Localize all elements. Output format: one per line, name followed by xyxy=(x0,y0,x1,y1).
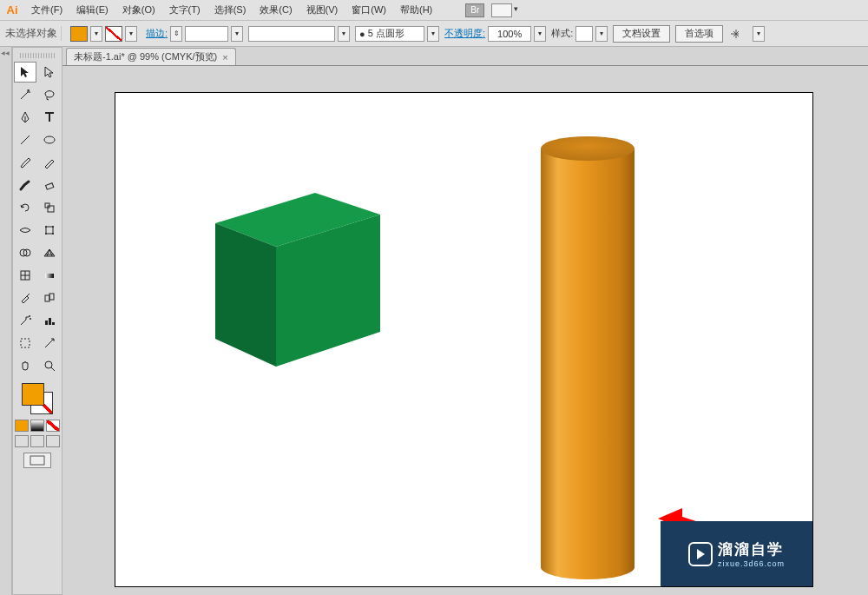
svg-line-1 xyxy=(21,136,30,144)
stroke-swatch[interactable] xyxy=(105,26,122,42)
stroke-label[interactable]: 描边: xyxy=(146,27,168,40)
stroke-group: 描边: ⇕ ▾ xyxy=(146,26,243,42)
slice-tool[interactable] xyxy=(38,333,61,354)
shape-builder-tool[interactable] xyxy=(14,242,36,263)
scale-tool[interactable] xyxy=(38,197,61,218)
tab-close-icon[interactable]: × xyxy=(222,52,227,63)
eraser-tool[interactable] xyxy=(38,175,61,195)
ellipse-tool[interactable] xyxy=(38,129,61,150)
blob-brush-tool[interactable] xyxy=(14,175,36,195)
type-tool[interactable] xyxy=(38,107,61,128)
canvas[interactable]: 溜溜自学 zixue.3d66.com xyxy=(62,66,868,595)
magic-wand-tool[interactable] xyxy=(14,84,36,105)
doc-setup-button[interactable]: 文档设置 xyxy=(613,25,670,43)
svg-point-9 xyxy=(45,233,47,235)
artboard-tool[interactable] xyxy=(14,333,36,354)
color-mode-buttons xyxy=(15,420,60,432)
menu-type[interactable]: 文字(T) xyxy=(162,0,207,20)
stroke-profile[interactable] xyxy=(248,26,335,42)
sidebar-collapse-gutter[interactable] xyxy=(0,47,12,595)
width-tool[interactable] xyxy=(14,220,36,241)
draw-inside[interactable] xyxy=(46,435,60,447)
menu-help[interactable]: 帮助(H) xyxy=(393,0,439,20)
controlbar: 未选择对象 ▾ ▾ 描边: ⇕ ▾ ▾ ● 5 点圆形 ▾ 不透明度: 100%… xyxy=(0,21,868,47)
arrange-docs-button[interactable] xyxy=(491,3,512,17)
hand-tool[interactable] xyxy=(14,355,36,376)
stroke-width-input[interactable] xyxy=(185,26,228,42)
brush-dd[interactable]: ▾ xyxy=(427,26,439,42)
opacity-label[interactable]: 不透明度: xyxy=(444,27,485,40)
panel-grip[interactable] xyxy=(20,53,55,58)
menubar-right: Br xyxy=(465,3,512,17)
lasso-tool[interactable] xyxy=(38,84,61,105)
paintbrush-tool[interactable] xyxy=(14,152,36,173)
svg-rect-3 xyxy=(46,183,54,189)
menu-view[interactable]: 视图(V) xyxy=(299,0,345,20)
opacity-group: 不透明度: 100% ▾ xyxy=(444,26,546,42)
screen-mode-button[interactable] xyxy=(23,453,51,468)
line-tool[interactable] xyxy=(14,129,36,150)
symbol-sprayer-tool[interactable] xyxy=(14,310,36,331)
free-transform-tool[interactable] xyxy=(38,220,61,241)
document-tab[interactable]: 未标题-1.ai* @ 99% (CMYK/预览) × xyxy=(66,48,236,65)
bridge-button[interactable]: Br xyxy=(465,3,484,17)
pencil-tool[interactable] xyxy=(38,152,61,173)
style-swatch[interactable] xyxy=(575,26,593,42)
rotate-tool[interactable] xyxy=(14,197,36,218)
menubar: Ai 文件(F) 编辑(E) 对象(O) 文字(T) 选择(S) 效果(C) 视… xyxy=(0,0,868,21)
color-mode-solid[interactable] xyxy=(15,420,29,432)
opacity-dd[interactable]: ▾ xyxy=(534,26,546,42)
svg-point-10 xyxy=(52,233,54,235)
svg-rect-16 xyxy=(49,294,54,300)
selection-tool[interactable] xyxy=(14,62,36,83)
blend-tool[interactable] xyxy=(38,288,61,308)
recolor-icon[interactable] xyxy=(728,26,747,42)
cube-shape xyxy=(215,193,372,358)
menu-effect[interactable]: 效果(C) xyxy=(253,0,299,20)
style-label: 样式: xyxy=(551,27,573,40)
menu-window[interactable]: 窗口(W) xyxy=(345,0,393,20)
color-mode-none[interactable] xyxy=(46,420,60,432)
brush-value: 5 点圆形 xyxy=(368,27,404,40)
svg-point-0 xyxy=(28,89,30,91)
svg-line-24 xyxy=(51,367,55,371)
mesh-tool[interactable] xyxy=(14,265,36,286)
prefs-button[interactable]: 首选项 xyxy=(675,25,723,43)
column-graph-tool[interactable] xyxy=(38,310,61,331)
menu-select[interactable]: 选择(S) xyxy=(207,0,253,20)
direct-selection-tool[interactable] xyxy=(38,62,61,83)
style-dd[interactable]: ▾ xyxy=(595,26,608,42)
pen-tool[interactable] xyxy=(14,107,36,128)
svg-point-7 xyxy=(45,226,47,228)
menu-edit[interactable]: 编辑(E) xyxy=(69,0,115,20)
selection-status: 未选择对象 xyxy=(5,26,62,41)
zoom-tool[interactable] xyxy=(38,355,61,376)
fill-box[interactable] xyxy=(22,383,44,406)
app-icon: Ai xyxy=(0,0,24,21)
menu-file[interactable]: 文件(F) xyxy=(24,0,69,20)
profile-dd[interactable]: ▾ xyxy=(338,26,350,42)
menu-object[interactable]: 对象(O) xyxy=(115,0,162,20)
stroke-width-dd[interactable]: ▾ xyxy=(231,26,243,42)
color-mode-gradient[interactable] xyxy=(30,420,44,432)
svg-rect-29 xyxy=(541,149,635,567)
brush-input[interactable]: ● 5 点圆形 xyxy=(355,26,424,42)
opacity-input[interactable]: 100% xyxy=(488,26,531,42)
recolor-dd[interactable]: ▾ xyxy=(753,26,765,42)
perspective-grid-tool[interactable] xyxy=(38,242,61,263)
workspace: 未标题-1.ai* @ 99% (CMYK/预览) × xyxy=(0,47,868,595)
tabbar: 未标题-1.ai* @ 99% (CMYK/预览) × xyxy=(62,47,868,66)
draw-normal[interactable] xyxy=(15,435,29,447)
tool-panel xyxy=(12,47,62,595)
eyedropper-tool[interactable] xyxy=(14,288,36,308)
play-icon xyxy=(688,542,713,566)
stroke-dropdown[interactable]: ▾ xyxy=(125,26,137,42)
brush-group: ● 5 点圆形 ▾ xyxy=(355,26,439,42)
svg-rect-14 xyxy=(45,274,54,278)
fill-dropdown[interactable]: ▾ xyxy=(90,26,102,42)
fill-stroke-indicator[interactable] xyxy=(20,381,55,416)
fill-swatch[interactable] xyxy=(70,26,88,42)
stroke-width-left[interactable]: ⇕ xyxy=(170,26,182,42)
gradient-tool[interactable] xyxy=(38,265,61,286)
draw-behind[interactable] xyxy=(30,435,44,447)
